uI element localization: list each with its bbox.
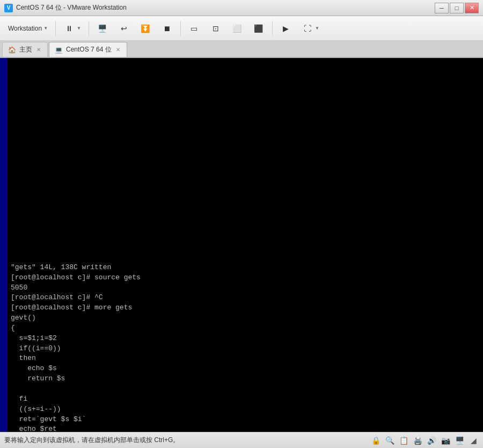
terminal-line-echo: echo $s <box>11 364 479 374</box>
console-icon: ▶ <box>280 23 292 34</box>
shutdown-icon: ⏹ <box>161 23 173 34</box>
lock-status-icon[interactable]: 🔒 <box>370 435 381 446</box>
unity-button[interactable]: ⬜ <box>228 20 247 37</box>
camera-status-icon[interactable]: 📷 <box>440 435 451 446</box>
title-bar: V CentOS 7 64 位 - VMware Workstation ─ □… <box>0 0 483 16</box>
workstation-menu-button[interactable]: Workstation ▼ <box>4 20 52 37</box>
home-tab-label: 主页 <box>19 45 32 54</box>
minimize-button[interactable]: ─ <box>435 3 449 13</box>
fullscreen-button[interactable]: ⊡ <box>206 20 225 37</box>
close-button[interactable]: ✕ <box>465 3 479 13</box>
terminal-line <box>11 252 479 263</box>
terminal-line <box>11 182 479 192</box>
clipboard-status-icon[interactable]: 📋 <box>398 435 409 446</box>
console-button[interactable]: ▶ <box>276 20 296 37</box>
vm-main-content: "gets" 14L, 138C written [root@localhost… <box>0 58 483 432</box>
workstation-dropdown-arrow: ▼ <box>43 26 48 31</box>
vm-area[interactable]: "gets" 14L, 138C written [root@localhost… <box>0 58 483 432</box>
workstation-label: Workstation <box>8 25 42 32</box>
suspend-icon: ⏬ <box>140 23 151 34</box>
suspend-button[interactable]: ⏬ <box>136 20 155 37</box>
terminal-line <box>11 222 479 233</box>
terminal-line-ret: ret=`gevt $s $i` <box>11 415 479 425</box>
view-icon: ⛶ <box>302 23 313 34</box>
snapshot-icon: 🖥️ <box>97 23 108 34</box>
toolbar: Workstation ▼ ⏸ ▼ 🖥️ ↩ ⏬ ⏹ ▭ ⊡ ⬜ ⬛ ▶ ⛶ ▼ <box>0 16 483 41</box>
terminal-line <box>11 141 479 151</box>
centos-tab-icon: 💻 <box>55 46 63 54</box>
normal-view-button[interactable]: ▭ <box>185 20 204 37</box>
terminal-line <box>11 131 479 141</box>
pause-button[interactable]: ⏸ ▼ <box>60 20 85 37</box>
terminal-line <box>11 70 479 81</box>
window-controls: ─ □ ✕ <box>435 3 479 13</box>
terminal-line-then: then <box>11 353 479 364</box>
search-status-icon[interactable]: 🔍 <box>384 435 395 446</box>
terminal-line <box>11 242 479 252</box>
terminal-line <box>11 171 479 182</box>
terminal-line <box>11 111 479 121</box>
print-status-icon[interactable]: 🖨️ <box>412 435 423 446</box>
terminal-output[interactable]: "gets" 14L, 138C written [root@localhost… <box>0 58 483 432</box>
tab-centos[interactable]: 💻 CentOS 7 64 位 ✕ <box>49 42 127 57</box>
pause-icon: ⏸ <box>63 23 75 34</box>
terminal-line <box>11 151 479 162</box>
terminal-line-ctrlc: [root@localhost c]# ^C <box>11 293 479 303</box>
terminal-line <box>11 161 479 171</box>
display-status-icon[interactable]: 🖥️ <box>454 435 465 446</box>
centos-tab-close[interactable]: ✕ <box>115 46 121 53</box>
normal-view-icon: ▭ <box>188 23 200 34</box>
toolbar-sep-3 <box>180 21 181 36</box>
unity-icon: ⬜ <box>231 23 243 34</box>
revert-button[interactable]: ↩ <box>114 20 134 37</box>
terminal-line <box>11 81 479 91</box>
terminal-line <box>11 202 479 212</box>
status-bar: 要将输入定向到该虚拟机，请在虚拟机内部单击或按 Ctrl+G。 🔒 🔍 📋 🖨️… <box>0 432 483 448</box>
centos-tab-label: CentOS 7 64 位 <box>66 45 112 54</box>
shutdown-button[interactable]: ⏹ <box>157 20 177 37</box>
terminal-line-s-i: s=$1;i=$2 <box>11 334 479 344</box>
terminal-line <box>11 192 479 202</box>
terminal-line-written: "gets" 14L, 138C written <box>11 263 479 273</box>
home-tab-icon: 🏠 <box>8 46 16 54</box>
left-sidebar-bar <box>0 58 8 432</box>
terminal-line <box>11 121 479 131</box>
zoom-icon: ⬛ <box>253 23 265 34</box>
restore-button[interactable]: □ <box>450 3 464 13</box>
terminal-line-fi: fi <box>11 394 479 404</box>
terminal-line-more: [root@localhost c]# more gets <box>11 303 479 313</box>
title-text: CentOS 7 64 位 - VMware Workstation <box>16 3 431 12</box>
terminal-line-brace-open: { <box>11 323 479 334</box>
view-dropdown-button[interactable]: ⛶ ▼ <box>298 20 323 37</box>
corner-status-icon: ◢ <box>468 435 479 446</box>
terminal-line <box>11 91 479 101</box>
view-dropdown-arrow: ▼ <box>315 26 319 31</box>
toolbar-sep-1 <box>55 21 56 36</box>
terminal-line <box>11 212 479 222</box>
status-icons: 🔒 🔍 📋 🖨️ 🔊 📷 🖥️ ◢ <box>370 435 479 446</box>
status-text: 要将输入定向到该虚拟机，请在虚拟机内部单击或按 Ctrl+G。 <box>4 436 370 445</box>
home-tab-close[interactable]: ✕ <box>35 46 42 53</box>
terminal-line-source: [root@localhost c]# source gets <box>11 273 479 283</box>
toolbar-sep-2 <box>89 21 89 36</box>
vmware-icon: V <box>4 4 13 12</box>
snapshot-button[interactable]: 🖥️ <box>93 20 112 37</box>
tab-home[interactable]: 🏠 主页 ✕ <box>2 42 48 57</box>
terminal-line <box>11 100 479 111</box>
zoom-button[interactable]: ⬛ <box>249 20 268 37</box>
tabs-bar: 🏠 主页 ✕ 💻 CentOS 7 64 位 ✕ <box>0 41 483 58</box>
revert-icon: ↩ <box>118 23 130 34</box>
toolbar-sep-4 <box>272 21 273 36</box>
terminal-line-echo-ret: echo $ret <box>11 424 479 432</box>
terminal-line-5050: 5050 <box>11 283 479 293</box>
terminal-line-gevt: gevt() <box>11 313 479 323</box>
terminal-line-ss: ((s+=i--)) <box>11 404 479 415</box>
terminal-line <box>11 60 479 70</box>
pause-dropdown-arrow: ▼ <box>77 26 81 31</box>
terminal-line-blank <box>11 384 479 394</box>
terminal-line-return: return $s <box>11 374 479 384</box>
fullscreen-icon: ⊡ <box>210 23 222 34</box>
terminal-line <box>11 232 479 242</box>
sound-status-icon[interactable]: 🔊 <box>426 435 437 446</box>
terminal-line-if: if((i==0)) <box>11 344 479 354</box>
